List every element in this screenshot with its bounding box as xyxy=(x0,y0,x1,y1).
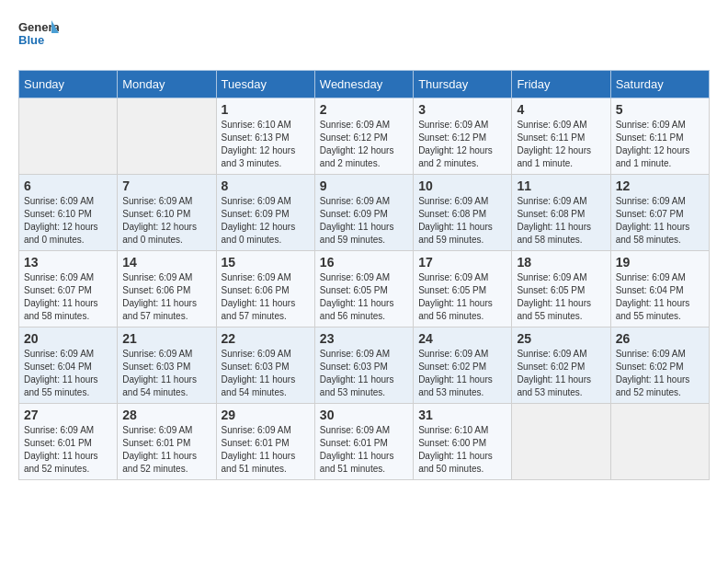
day-info: Sunrise: 6:09 AM Sunset: 6:11 PM Dayligh… xyxy=(517,119,605,170)
day-number: 24 xyxy=(418,331,506,346)
calendar-cell: 16Sunrise: 6:09 AM Sunset: 6:05 PM Dayli… xyxy=(314,251,413,327)
week-row-1: 1Sunrise: 6:10 AM Sunset: 6:13 PM Daylig… xyxy=(19,98,710,175)
day-info: Sunrise: 6:09 AM Sunset: 6:02 PM Dayligh… xyxy=(616,348,704,399)
calendar-cell xyxy=(19,98,118,175)
day-info: Sunrise: 6:09 AM Sunset: 6:01 PM Dayligh… xyxy=(320,424,408,476)
day-number: 13 xyxy=(24,255,112,270)
calendar-cell: 7Sunrise: 6:09 AM Sunset: 6:10 PM Daylig… xyxy=(118,175,216,251)
calendar-cell: 5Sunrise: 6:09 AM Sunset: 6:11 PM Daylig… xyxy=(610,98,709,175)
calendar-cell: 1Sunrise: 6:10 AM Sunset: 6:13 PM Daylig… xyxy=(216,98,314,175)
day-number: 30 xyxy=(320,408,408,422)
calendar-cell: 2Sunrise: 6:09 AM Sunset: 6:12 PM Daylig… xyxy=(314,98,413,175)
day-info: Sunrise: 6:09 AM Sunset: 6:09 PM Dayligh… xyxy=(320,195,408,247)
day-number: 11 xyxy=(517,178,605,193)
day-number: 16 xyxy=(320,255,408,270)
calendar-cell: 23Sunrise: 6:09 AM Sunset: 6:03 PM Dayli… xyxy=(314,327,413,404)
day-info: Sunrise: 6:09 AM Sunset: 6:08 PM Dayligh… xyxy=(517,195,605,247)
day-info: Sunrise: 6:10 AM Sunset: 6:00 PM Dayligh… xyxy=(418,424,506,476)
day-number: 28 xyxy=(122,408,210,422)
calendar-table: SundayMondayTuesdayWednesdayThursdayFrid… xyxy=(18,70,710,480)
calendar-cell xyxy=(512,404,610,480)
day-info: Sunrise: 6:09 AM Sunset: 6:05 PM Dayligh… xyxy=(418,271,506,323)
day-info: Sunrise: 6:09 AM Sunset: 6:06 PM Dayligh… xyxy=(122,271,210,323)
calendar-cell: 3Sunrise: 6:09 AM Sunset: 6:12 PM Daylig… xyxy=(414,98,512,175)
day-info: Sunrise: 6:09 AM Sunset: 6:12 PM Dayligh… xyxy=(418,119,506,170)
calendar-cell: 12Sunrise: 6:09 AM Sunset: 6:07 PM Dayli… xyxy=(610,175,709,251)
calendar-cell: 8Sunrise: 6:09 AM Sunset: 6:09 PM Daylig… xyxy=(216,175,314,251)
calendar-cell: 28Sunrise: 6:09 AM Sunset: 6:01 PM Dayli… xyxy=(118,404,216,480)
calendar-cell: 4Sunrise: 6:09 AM Sunset: 6:11 PM Daylig… xyxy=(512,98,610,175)
day-number: 5 xyxy=(616,102,704,117)
day-info: Sunrise: 6:09 AM Sunset: 6:01 PM Dayligh… xyxy=(222,424,310,476)
day-info: Sunrise: 6:09 AM Sunset: 6:02 PM Dayligh… xyxy=(418,348,506,399)
calendar-cell: 26Sunrise: 6:09 AM Sunset: 6:02 PM Dayli… xyxy=(610,327,709,404)
calendar-cell: 29Sunrise: 6:09 AM Sunset: 6:01 PM Dayli… xyxy=(216,404,314,480)
day-number: 15 xyxy=(222,255,310,270)
day-info: Sunrise: 6:09 AM Sunset: 6:02 PM Dayligh… xyxy=(517,348,605,399)
day-info: Sunrise: 6:10 AM Sunset: 6:13 PM Dayligh… xyxy=(222,119,310,170)
svg-text:Blue: Blue xyxy=(18,33,44,47)
day-info: Sunrise: 6:09 AM Sunset: 6:10 PM Dayligh… xyxy=(122,195,210,247)
day-number: 19 xyxy=(616,255,704,270)
day-info: Sunrise: 6:09 AM Sunset: 6:10 PM Dayligh… xyxy=(24,195,112,247)
day-number: 4 xyxy=(517,102,605,117)
calendar-cell: 18Sunrise: 6:09 AM Sunset: 6:05 PM Dayli… xyxy=(512,251,610,327)
day-number: 10 xyxy=(418,178,506,193)
calendar-cell: 25Sunrise: 6:09 AM Sunset: 6:02 PM Dayli… xyxy=(512,327,610,404)
day-number: 22 xyxy=(222,331,310,346)
week-row-4: 20Sunrise: 6:09 AM Sunset: 6:04 PM Dayli… xyxy=(19,327,710,404)
day-number: 26 xyxy=(616,331,704,346)
day-info: Sunrise: 6:09 AM Sunset: 6:07 PM Dayligh… xyxy=(616,195,704,247)
calendar-cell: 14Sunrise: 6:09 AM Sunset: 6:06 PM Dayli… xyxy=(118,251,216,327)
weekday-header-monday: Monday xyxy=(118,71,216,98)
calendar-cell: 21Sunrise: 6:09 AM Sunset: 6:03 PM Dayli… xyxy=(118,327,216,404)
day-number: 23 xyxy=(320,331,408,346)
calendar-cell: 17Sunrise: 6:09 AM Sunset: 6:05 PM Dayli… xyxy=(414,251,512,327)
logo-svg: General Blue xyxy=(18,18,59,52)
calendar-cell xyxy=(610,404,709,480)
weekday-header-sunday: Sunday xyxy=(19,71,118,98)
calendar-cell: 6Sunrise: 6:09 AM Sunset: 6:10 PM Daylig… xyxy=(19,175,118,251)
day-number: 18 xyxy=(517,255,605,270)
calendar-cell: 27Sunrise: 6:09 AM Sunset: 6:01 PM Dayli… xyxy=(19,404,118,480)
day-number: 2 xyxy=(320,102,408,117)
day-info: Sunrise: 6:09 AM Sunset: 6:04 PM Dayligh… xyxy=(24,348,112,399)
day-number: 1 xyxy=(222,102,310,117)
calendar-cell: 31Sunrise: 6:10 AM Sunset: 6:00 PM Dayli… xyxy=(414,404,512,480)
calendar-cell: 9Sunrise: 6:09 AM Sunset: 6:09 PM Daylig… xyxy=(314,175,413,251)
day-number: 8 xyxy=(222,178,310,193)
day-number: 14 xyxy=(122,255,210,270)
calendar-cell: 11Sunrise: 6:09 AM Sunset: 6:08 PM Dayli… xyxy=(512,175,610,251)
day-number: 6 xyxy=(24,178,112,193)
calendar-cell: 13Sunrise: 6:09 AM Sunset: 6:07 PM Dayli… xyxy=(19,251,118,327)
day-info: Sunrise: 6:09 AM Sunset: 6:03 PM Dayligh… xyxy=(122,348,210,399)
day-info: Sunrise: 6:09 AM Sunset: 6:01 PM Dayligh… xyxy=(24,424,112,476)
calendar-cell: 19Sunrise: 6:09 AM Sunset: 6:04 PM Dayli… xyxy=(610,251,709,327)
day-info: Sunrise: 6:09 AM Sunset: 6:03 PM Dayligh… xyxy=(320,348,408,399)
week-row-5: 27Sunrise: 6:09 AM Sunset: 6:01 PM Dayli… xyxy=(19,404,710,480)
day-number: 29 xyxy=(222,408,310,422)
calendar-cell: 10Sunrise: 6:09 AM Sunset: 6:08 PM Dayli… xyxy=(414,175,512,251)
day-number: 17 xyxy=(418,255,506,270)
day-number: 7 xyxy=(122,178,210,193)
day-info: Sunrise: 6:09 AM Sunset: 6:01 PM Dayligh… xyxy=(122,424,210,476)
day-number: 20 xyxy=(24,331,112,346)
day-info: Sunrise: 6:09 AM Sunset: 6:03 PM Dayligh… xyxy=(222,348,310,399)
week-row-2: 6Sunrise: 6:09 AM Sunset: 6:10 PM Daylig… xyxy=(19,175,710,251)
day-number: 9 xyxy=(320,178,408,193)
calendar-cell: 30Sunrise: 6:09 AM Sunset: 6:01 PM Dayli… xyxy=(314,404,413,480)
day-number: 27 xyxy=(24,408,112,422)
day-info: Sunrise: 6:09 AM Sunset: 6:06 PM Dayligh… xyxy=(222,271,310,323)
calendar-cell: 15Sunrise: 6:09 AM Sunset: 6:06 PM Dayli… xyxy=(216,251,314,327)
calendar-cell xyxy=(118,98,216,175)
calendar-cell: 24Sunrise: 6:09 AM Sunset: 6:02 PM Dayli… xyxy=(414,327,512,404)
week-row-3: 13Sunrise: 6:09 AM Sunset: 6:07 PM Dayli… xyxy=(19,251,710,327)
day-info: Sunrise: 6:09 AM Sunset: 6:12 PM Dayligh… xyxy=(320,119,408,170)
day-info: Sunrise: 6:09 AM Sunset: 6:08 PM Dayligh… xyxy=(418,195,506,247)
day-info: Sunrise: 6:09 AM Sunset: 6:11 PM Dayligh… xyxy=(616,119,704,170)
day-info: Sunrise: 6:09 AM Sunset: 6:05 PM Dayligh… xyxy=(320,271,408,323)
day-info: Sunrise: 6:09 AM Sunset: 6:04 PM Dayligh… xyxy=(616,271,704,323)
day-number: 25 xyxy=(517,331,605,346)
logo: General Blue xyxy=(18,18,63,55)
weekday-header-tuesday: Tuesday xyxy=(216,71,314,98)
